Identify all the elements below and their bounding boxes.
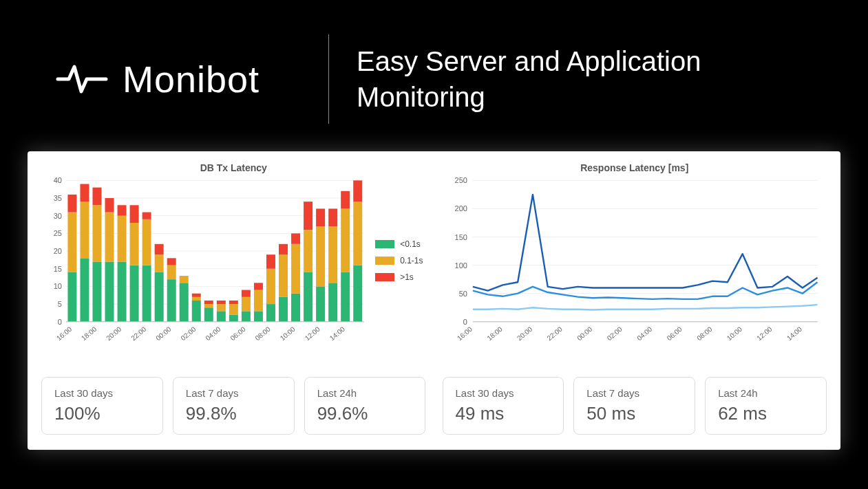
svg-text:00:00: 00:00 — [575, 325, 594, 343]
svg-rect-62 — [242, 290, 251, 297]
svg-rect-89 — [353, 180, 362, 202]
svg-rect-21 — [80, 258, 89, 321]
left-column: DB Tx Latency 051015202530354016:0018:00… — [41, 162, 426, 435]
svg-rect-33 — [130, 265, 139, 322]
svg-rect-20 — [67, 195, 76, 213]
line-chart-wrap: 05010015020025016:0018:0020:0022:0000:00… — [443, 177, 827, 359]
legend-item: <0.1s — [375, 239, 423, 249]
svg-text:22:00: 22:00 — [129, 325, 148, 343]
svg-rect-44 — [167, 258, 176, 265]
svg-rect-41 — [155, 244, 164, 254]
svg-text:200: 200 — [454, 204, 467, 213]
card-7d-uptime: Last 7 days 99.8% — [173, 377, 295, 435]
svg-rect-63 — [254, 311, 263, 321]
svg-rect-31 — [118, 216, 127, 262]
svg-rect-25 — [92, 205, 101, 261]
svg-rect-52 — [204, 304, 213, 307]
svg-text:10: 10 — [54, 282, 62, 290]
card-label: Last 7 days — [186, 387, 282, 399]
svg-text:35: 35 — [54, 194, 62, 202]
svg-rect-38 — [142, 213, 151, 219]
tagline: Easy Server and Application Monitoring — [357, 43, 813, 115]
card-value: 99.8% — [186, 403, 282, 424]
svg-rect-58 — [229, 304, 238, 314]
legend-label: 0.1-1s — [400, 256, 423, 265]
svg-rect-29 — [105, 198, 114, 213]
card-30d-uptime: Last 30 days 100% — [41, 377, 163, 435]
svg-rect-22 — [80, 202, 89, 258]
svg-rect-81 — [328, 283, 337, 321]
svg-rect-55 — [217, 304, 226, 311]
pulse-icon — [55, 61, 109, 98]
svg-rect-43 — [167, 265, 176, 280]
svg-text:18:00: 18:00 — [485, 325, 504, 343]
svg-rect-84 — [341, 272, 350, 322]
svg-text:25: 25 — [54, 229, 62, 237]
chart-title-latency: Response Latency [ms] — [443, 162, 827, 173]
svg-text:14:00: 14:00 — [328, 325, 347, 343]
legend-label: >1s — [400, 272, 414, 282]
card-value: 99.6% — [317, 403, 413, 424]
brand-block: Monibot — [55, 58, 301, 100]
svg-text:16:00: 16:00 — [55, 325, 74, 343]
card-label: Last 24h — [317, 387, 413, 399]
svg-text:06:00: 06:00 — [665, 325, 684, 343]
card-label: Last 24h — [718, 387, 814, 399]
svg-text:150: 150 — [454, 233, 467, 241]
card-label: Last 30 days — [456, 387, 551, 399]
svg-rect-27 — [105, 261, 114, 321]
svg-rect-68 — [266, 254, 275, 269]
svg-rect-82 — [328, 226, 337, 283]
svg-rect-61 — [242, 297, 251, 312]
svg-rect-40 — [155, 254, 164, 272]
svg-text:15: 15 — [54, 265, 62, 273]
brand-name: Monibot — [123, 58, 260, 100]
svg-rect-86 — [341, 191, 350, 209]
svg-rect-69 — [279, 297, 288, 322]
svg-text:18:00: 18:00 — [80, 325, 98, 343]
svg-text:0: 0 — [463, 318, 467, 326]
svg-rect-57 — [229, 315, 238, 322]
svg-rect-18 — [67, 272, 76, 322]
svg-rect-39 — [155, 272, 164, 322]
svg-text:16:00: 16:00 — [455, 325, 474, 343]
svg-text:08:00: 08:00 — [254, 325, 273, 343]
svg-text:20: 20 — [54, 247, 62, 255]
card-value: 49 ms — [456, 403, 551, 424]
svg-rect-67 — [266, 269, 275, 304]
svg-text:22:00: 22:00 — [545, 325, 564, 343]
svg-text:08:00: 08:00 — [695, 325, 714, 343]
svg-text:12:00: 12:00 — [304, 325, 322, 343]
dashboard-panel: DB Tx Latency 051015202530354016:0018:00… — [28, 151, 840, 450]
card-value: 100% — [54, 403, 150, 424]
db-tx-latency-chart: 051015202530354016:0018:0020:0022:0000:0… — [41, 177, 426, 356]
legend-swatch — [375, 273, 394, 281]
svg-rect-77 — [304, 202, 313, 230]
right-column: Response Latency [ms] 05010015020025016:… — [443, 162, 827, 435]
card-label: Last 7 days — [586, 387, 682, 399]
svg-rect-66 — [266, 304, 275, 322]
legend-label: <0.1s — [400, 239, 421, 249]
svg-text:20:00: 20:00 — [516, 325, 534, 343]
svg-text:10:00: 10:00 — [725, 325, 743, 343]
svg-rect-88 — [353, 202, 362, 265]
uptime-cards: Last 30 days 100% Last 7 days 99.8% Last… — [41, 377, 426, 435]
svg-text:04:00: 04:00 — [204, 325, 222, 343]
card-7d-latency: Last 7 days 50 ms — [573, 377, 695, 435]
header-divider — [328, 34, 329, 124]
svg-rect-28 — [105, 213, 114, 262]
svg-rect-35 — [130, 205, 139, 223]
svg-rect-65 — [254, 283, 263, 290]
svg-rect-36 — [142, 265, 151, 322]
svg-text:06:00: 06:00 — [229, 325, 248, 343]
card-24h-uptime: Last 24h 99.6% — [304, 377, 426, 435]
svg-rect-50 — [192, 294, 201, 297]
svg-rect-56 — [217, 301, 226, 304]
svg-rect-32 — [118, 205, 127, 215]
svg-text:20:00: 20:00 — [105, 325, 123, 343]
legend-item: 0.1-1s — [375, 256, 423, 265]
svg-text:5: 5 — [58, 300, 62, 308]
bar-chart-wrap: 051015202530354016:0018:0020:0022:0000:0… — [41, 177, 426, 359]
response-latency-chart: 05010015020025016:0018:0020:0022:0000:00… — [443, 177, 827, 356]
svg-text:12:00: 12:00 — [755, 325, 774, 343]
